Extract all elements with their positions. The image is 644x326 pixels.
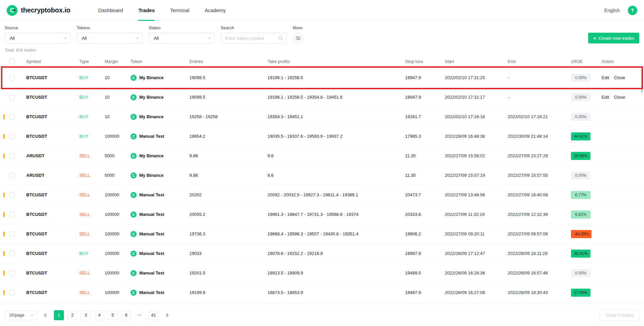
page-5-button[interactable]: 5 xyxy=(108,310,118,320)
edit-trade-link[interactable]: Edit xyxy=(602,75,609,80)
row-checkbox[interactable] xyxy=(9,212,15,217)
take-profits-cell: 19196.1 - 19258.5 xyxy=(267,75,405,80)
price-value: 11.35 xyxy=(405,173,416,178)
row-checkbox[interactable] xyxy=(9,270,15,276)
page-4-button[interactable]: 4 xyxy=(94,310,104,320)
start-cell: 2022/02/10 17:31:25 xyxy=(445,75,508,80)
source-select[interactable]: All xyxy=(5,33,71,43)
row-checkbox[interactable] xyxy=(9,192,15,198)
start-cell: 2022/27/09 13:46:56 xyxy=(445,192,508,197)
select-all-checkbox[interactable] xyxy=(9,59,15,64)
create-button-label: Create new trades xyxy=(599,36,634,41)
croe-cell: 17.59% xyxy=(571,289,602,297)
token-name: My Binance xyxy=(139,114,164,119)
price-value: 18947.9 xyxy=(405,75,421,80)
next-page-button[interactable] xyxy=(162,310,172,320)
states-label: States xyxy=(149,26,215,30)
margin-cell: 10 xyxy=(105,114,131,119)
row-checkbox[interactable] xyxy=(9,231,15,237)
nav-terminal[interactable]: Terminal xyxy=(170,0,189,21)
search-input[interactable] xyxy=(225,36,278,41)
action-cell: EditClose xyxy=(602,95,644,100)
croe-cell: 0.00% xyxy=(571,171,602,180)
more-filters-button[interactable] xyxy=(293,33,303,43)
row-flag-indicator xyxy=(3,192,5,197)
price-value: 19937.2 xyxy=(327,134,343,139)
stop-loss-cell: 17965.3 xyxy=(405,134,445,139)
symbol-cell: BTCUSDT xyxy=(26,290,79,295)
croe-cell: 6.77% xyxy=(571,191,602,199)
take-profits-cell: 18913.5 - 18909.9 xyxy=(267,270,405,275)
row-checkbox[interactable] xyxy=(9,134,15,139)
page-3-button[interactable]: 3 xyxy=(81,310,91,320)
filter-sliders-icon xyxy=(296,36,301,40)
croe-cell: -44.39% xyxy=(571,230,602,238)
row-flag-indicator xyxy=(3,270,5,275)
prev-page-button[interactable] xyxy=(40,310,50,320)
symbol-cell: BTCUSDT xyxy=(26,231,79,236)
start-cell: 2022/28/09 16:48:38 xyxy=(445,134,508,139)
token-name: My Binance xyxy=(139,173,164,178)
entries-cell: 19258 - 19258 xyxy=(189,114,267,119)
row-checkbox[interactable] xyxy=(9,114,15,120)
close-trade-link[interactable]: Close xyxy=(614,95,625,100)
table-row: BTCUSDTSELL100000CManual Test20055.21996… xyxy=(0,205,644,224)
table-row: ARUSDTSELL5000CMy Binance9.869.611.35202… xyxy=(0,146,644,166)
close-trade-link[interactable]: Close xyxy=(614,75,625,80)
margin-cell: 100000 xyxy=(105,270,131,275)
price-value: 20092 xyxy=(267,192,280,197)
price-value: 19098.5 xyxy=(189,95,205,100)
price-value: 19199.9 xyxy=(189,290,205,295)
nav-dashboard[interactable]: Dashboard xyxy=(98,0,123,21)
table-row: BTCUSDTBUY10CMy Binance19098.519196.1 - … xyxy=(0,68,644,88)
entries-cell: 20202 xyxy=(189,192,267,197)
row-checkbox[interactable] xyxy=(9,75,15,80)
scrollbar-thumb[interactable] xyxy=(641,69,643,93)
close-selected-trades-button[interactable]: Close 0 trades xyxy=(600,310,639,321)
states-select[interactable]: All xyxy=(149,33,215,43)
page-41-button[interactable]: 41 xyxy=(148,310,159,320)
column-header-end: End xyxy=(508,59,571,64)
token-cell: CMy Binance xyxy=(131,114,189,120)
tokens-label: Tokens xyxy=(77,26,143,30)
row-checkbox[interactable] xyxy=(9,251,15,256)
logo-letter: C xyxy=(10,7,14,14)
entries-cell: 19033 xyxy=(189,251,267,256)
page-size-select[interactable]: 20/page xyxy=(5,310,37,320)
croe-cell: 0.00% xyxy=(571,93,602,101)
row-checkbox[interactable] xyxy=(9,95,15,100)
token-name: Manual Test xyxy=(139,290,164,295)
language-selector[interactable]: English xyxy=(604,8,620,13)
price-value: 19731.3 xyxy=(307,212,323,217)
token-cell: CManual Test xyxy=(131,192,189,198)
create-new-trades-button[interactable]: + Create new trades xyxy=(588,33,639,43)
nav-trades[interactable]: Trades xyxy=(138,0,154,21)
page-1-button[interactable]: 1 xyxy=(54,310,64,320)
type-cell: SELL xyxy=(79,173,105,178)
entries-cell: 19199.9 xyxy=(189,290,267,295)
symbol-cell: BTCUSDT xyxy=(26,134,79,139)
pages-ellipsis[interactable]: ••• xyxy=(135,310,145,320)
table-row: BTCUSDTBUY100000CManual Test1903319078.6… xyxy=(0,244,644,263)
price-value: 19098.5 xyxy=(189,75,205,80)
end-cell: 2022/27/09 23:27:29 xyxy=(508,153,571,158)
price-value: 19201.5 xyxy=(189,270,205,275)
avatar[interactable]: T xyxy=(628,6,637,15)
edit-trade-link[interactable]: Edit xyxy=(602,95,609,100)
price-value: 19586.3 xyxy=(287,231,303,236)
price-value: 18947.9 xyxy=(405,95,421,100)
page-2-button[interactable]: 2 xyxy=(67,310,77,320)
row-checkbox[interactable] xyxy=(9,290,15,295)
row-checkbox[interactable] xyxy=(9,173,15,178)
tokens-select[interactable]: All xyxy=(77,33,143,43)
take-profits-cell: 9.6 xyxy=(267,173,405,178)
symbol-cell: BTCUSDT xyxy=(26,212,79,217)
row-checkbox[interactable] xyxy=(9,153,15,159)
symbol-cell: BTCUSDT xyxy=(26,270,79,275)
page-6-button[interactable]: 6 xyxy=(121,310,131,320)
stop-loss-cell: 20473.7 xyxy=(405,192,445,197)
page-size-value: 20/page xyxy=(9,313,24,318)
nav-academy[interactable]: Academy xyxy=(205,0,226,21)
start-cell: 2022/27/09 09:20:11 xyxy=(445,231,508,236)
symbol-cell: BTCUSDT xyxy=(26,114,79,119)
